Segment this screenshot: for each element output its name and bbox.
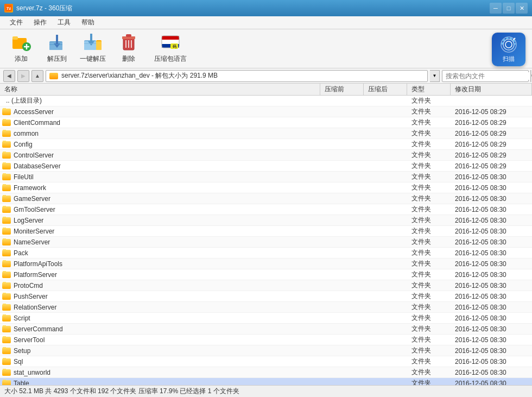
file-type: 文件夹 (407, 107, 451, 116)
table-row[interactable]: .. (上级目录)文件夹 (0, 96, 532, 106)
table-row[interactable]: ServerCommand文件夹2016-12-05 08:30 (0, 324, 532, 335)
close-button[interactable]: ✕ (516, 3, 528, 14)
table-row[interactable]: DatabaseServer文件夹2016-12-05 08:29 (0, 161, 532, 172)
table-row[interactable]: GameServer文件夹2016-12-05 08:30 (0, 193, 532, 204)
file-date: 2016-12-05 08:30 (451, 347, 532, 355)
table-row[interactable]: stat_unworld文件夹2016-12-05 08:30 (0, 367, 532, 378)
file-list[interactable]: .. (上级目录)文件夹AccessServer文件夹2016-12-05 08… (0, 96, 532, 385)
svg-rect-20 (126, 34, 131, 37)
table-row[interactable]: Sql文件夹2016-12-05 08:30 (0, 356, 532, 367)
table-row[interactable]: AccessServer文件夹2016-12-05 08:29 (0, 106, 532, 117)
file-date: 2016-12-05 08:30 (451, 249, 532, 257)
file-type: 文件夹 (407, 357, 451, 366)
extract-one-button[interactable]: 一键解压 (77, 31, 109, 64)
file-name-cell: AccessServer (0, 108, 320, 116)
file-name-text: Pack (14, 249, 28, 257)
table-row[interactable]: PlatformApiTools文件夹2016-12-05 08:30 (0, 259, 532, 269)
table-row[interactable]: FileUtil文件夹2016-12-05 08:30 (0, 172, 532, 182)
file-name-text: GmToolServer (14, 206, 55, 213)
file-name-cell: ProtoCmd (0, 282, 320, 289)
table-row[interactable]: Table文件夹2016-12-05 08:30 (0, 378, 532, 385)
minimize-button[interactable]: ─ (490, 3, 502, 14)
file-name-cell: ClientCommand (0, 119, 320, 127)
up-button[interactable]: ▲ (31, 70, 43, 82)
file-date: 2016-12-05 08:29 (451, 162, 532, 170)
table-row[interactable]: ClientCommand文件夹2016-12-05 08:29 (0, 117, 532, 128)
folder-icon (2, 217, 11, 224)
file-name-cell: ServerCommand (0, 325, 320, 333)
maximize-button[interactable]: □ (503, 3, 515, 14)
back-button[interactable]: ◀ (3, 70, 15, 82)
folder-icon (2, 315, 11, 322)
folder-icon (2, 282, 11, 289)
file-name-text: Config (14, 141, 33, 148)
address-input-wrap: server.7z\server\xianzhan_dev - 解包大小为 29… (46, 70, 428, 82)
svg-point-32 (503, 39, 514, 50)
folder-icon (2, 196, 11, 202)
folder-icon (2, 174, 11, 180)
lang-button[interactable]: 码 压缩包语言 (149, 31, 192, 64)
delete-button[interactable]: 删除 (113, 31, 144, 64)
file-type: 文件夹 (407, 259, 451, 268)
add-button[interactable]: 添加 (5, 31, 37, 64)
file-name-text: NameServer (14, 238, 50, 246)
table-row[interactable]: RelationServer文件夹2016-12-05 08:30 (0, 302, 532, 313)
table-row[interactable]: Script文件夹2016-12-05 08:30 (0, 313, 532, 324)
table-row[interactable]: PushServer文件夹2016-12-05 08:30 (0, 291, 532, 302)
file-name-text: ControlServer (14, 152, 54, 159)
col-type[interactable]: 类型 (407, 84, 451, 95)
forward-button[interactable]: ▶ (17, 70, 29, 82)
file-date: 2016-12-05 08:30 (451, 325, 532, 333)
file-type: 文件夹 (407, 226, 451, 236)
folder-icon (2, 130, 11, 137)
table-row[interactable]: Setup文件夹2016-12-05 08:30 (0, 345, 532, 356)
file-name-cell: LogServer (0, 217, 320, 224)
table-row[interactable]: ServerTool文件夹2016-12-05 08:30 (0, 335, 532, 345)
menu-bar: 文件 操作 工具 帮助 (0, 16, 532, 29)
table-row[interactable]: Config文件夹2016-12-05 08:29 (0, 139, 532, 150)
table-row[interactable]: common文件夹2016-12-05 08:29 (0, 128, 532, 139)
folder-icon (2, 206, 11, 213)
table-row[interactable]: PlatformServer文件夹2016-12-05 08:30 (0, 269, 532, 280)
col-after[interactable]: 压缩后 (364, 84, 407, 95)
folder-icon (2, 326, 11, 332)
menu-operations[interactable]: 操作 (28, 17, 52, 28)
table-row[interactable]: ControlServer文件夹2016-12-05 08:29 (0, 150, 532, 161)
address-dropdown[interactable]: ▼ (430, 70, 440, 82)
folder-icon (2, 152, 11, 159)
table-row[interactable]: Framework文件夹2016-12-05 08:30 (0, 182, 532, 193)
file-name-text: GameServer (14, 195, 50, 203)
menu-tools[interactable]: 工具 (52, 17, 76, 28)
table-row[interactable]: Pack文件夹2016-12-05 08:30 (0, 248, 532, 259)
file-date: 2016-12-05 08:30 (451, 260, 532, 268)
file-date: 2016-12-05 08:30 (451, 369, 532, 376)
menu-file[interactable]: 文件 (4, 17, 28, 28)
table-row[interactable]: NameServer文件夹2016-12-05 08:30 (0, 237, 532, 248)
file-name-cell: FileUtil (0, 173, 320, 181)
search-wrap (442, 70, 529, 82)
col-date[interactable]: 修改日期 (451, 84, 532, 95)
scan-label: 扫描 (503, 55, 515, 63)
file-date: 2016-12-05 08:29 (451, 119, 532, 127)
delete-icon (119, 33, 138, 52)
extract-button[interactable]: 解压到 (41, 31, 73, 64)
search-input[interactable] (442, 72, 530, 80)
file-type: 文件夹 (407, 216, 451, 225)
table-row[interactable]: ProtoCmd文件夹2016-12-05 08:30 (0, 280, 532, 291)
col-before[interactable]: 压缩前 (320, 84, 364, 95)
scan-button[interactable]: 扫描 (492, 33, 525, 66)
status-bar: 大小 52.1 MB 共 4293 个文件和 192 个文件夹 压缩率 17.9… (0, 385, 532, 397)
file-name-text: AccessServer (14, 108, 54, 116)
folder-icon (2, 250, 11, 256)
folder-icon (2, 337, 11, 343)
menu-help[interactable]: 帮助 (76, 17, 100, 28)
table-row[interactable]: LogServer文件夹2016-12-05 08:30 (0, 215, 532, 226)
file-name-text: ProtoCmd (14, 282, 43, 289)
file-area: 名称 压缩前 压缩后 类型 修改日期 .. (上级目录)文件夹AccessSer… (0, 84, 532, 385)
folder-icon (2, 272, 11, 278)
file-name-cell: MoniterServer (0, 228, 320, 235)
file-name-text: DatabaseServer (14, 162, 61, 170)
table-row[interactable]: MoniterServer文件夹2016-12-05 08:30 (0, 226, 532, 237)
col-name[interactable]: 名称 (0, 84, 320, 95)
table-row[interactable]: GmToolServer文件夹2016-12-05 08:30 (0, 204, 532, 215)
